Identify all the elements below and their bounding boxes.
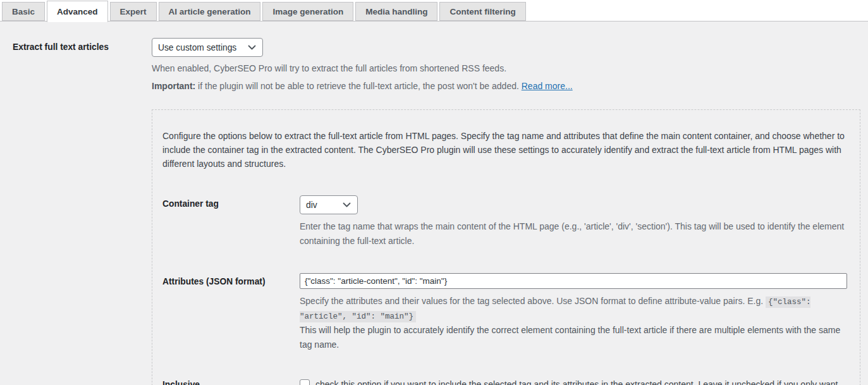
extract-full-text-field: Use custom settings When enabled, CyberS… (152, 38, 860, 97)
extract-mode-selected-value: Use custom settings (158, 43, 236, 52)
important-label: Important: (152, 81, 195, 91)
container-tag-select[interactable]: div (300, 195, 358, 214)
tab-content-filtering[interactable]: Content filtering (439, 2, 525, 21)
inclusive-description: check this option if you want to include… (300, 379, 838, 385)
attributes-help-suffix: This will help the plugin to accurately … (300, 323, 847, 351)
important-text: if the plugin will not be able to retrie… (195, 81, 522, 91)
attributes-help: Specify the attributes and their values … (300, 294, 847, 352)
chevron-down-icon (248, 45, 256, 51)
custom-settings-intro: Configure the options below to extract t… (162, 130, 847, 171)
advanced-settings-panel: Extract full text articles Use custom se… (0, 21, 868, 385)
container-tag-label: Container tag (162, 195, 300, 209)
tab-image-generation[interactable]: Image generation (262, 2, 353, 21)
custom-settings-box: Configure the options below to extract t… (152, 109, 860, 385)
tab-ai-article-generation[interactable]: AI article generation (159, 2, 261, 21)
container-tag-selected-value: div (306, 200, 317, 210)
extract-help-line2: Important: if the plugin will not be abl… (152, 79, 853, 93)
tab-advanced[interactable]: Advanced (47, 1, 108, 22)
container-tag-field: div Enter the tag name that wraps the ma… (300, 195, 847, 248)
attributes-label: Attributes (JSON format) (162, 273, 300, 286)
attributes-row: Attributes (JSON format) Specify the att… (162, 273, 847, 352)
inclusive-checkbox[interactable] (300, 379, 310, 385)
extract-full-text-row: Extract full text articles Use custom se… (13, 38, 860, 97)
attributes-input[interactable] (300, 273, 847, 289)
attributes-field: Specify the attributes and their values … (300, 273, 847, 352)
tab-basic[interactable]: Basic (2, 2, 45, 21)
chevron-down-icon (343, 202, 351, 208)
inclusive-checkbox-line: check this option if you want to include… (300, 376, 847, 385)
tab-expert[interactable]: Expert (110, 2, 157, 21)
inclusive-label: Inclusive (162, 376, 300, 385)
extract-help-line1: When enabled, CyberSEO Pro will try to e… (152, 61, 853, 75)
container-tag-help: Enter the tag name that wraps the main c… (300, 219, 847, 248)
inclusive-field: check this option if you want to include… (300, 376, 847, 385)
attributes-help-prefix: Specify the attributes and their values … (300, 296, 766, 306)
inclusive-row: Inclusive check this option if you want … (162, 376, 847, 385)
attributes-help-line: Specify the attributes and their values … (300, 294, 847, 324)
extract-help-text: When enabled, CyberSEO Pro will try to e… (152, 61, 853, 93)
extract-full-text-label: Extract full text articles (13, 38, 152, 52)
settings-tab-bar: Basic Advanced Expert AI article generat… (0, 0, 868, 21)
read-more-link[interactable]: Read more... (522, 81, 573, 91)
extract-mode-select[interactable]: Use custom settings (152, 38, 263, 57)
container-tag-help-text: Enter the tag name that wraps the main c… (300, 219, 847, 248)
container-tag-row: Container tag div Enter the tag name tha… (162, 195, 847, 248)
tab-media-handling[interactable]: Media handling (355, 2, 437, 21)
